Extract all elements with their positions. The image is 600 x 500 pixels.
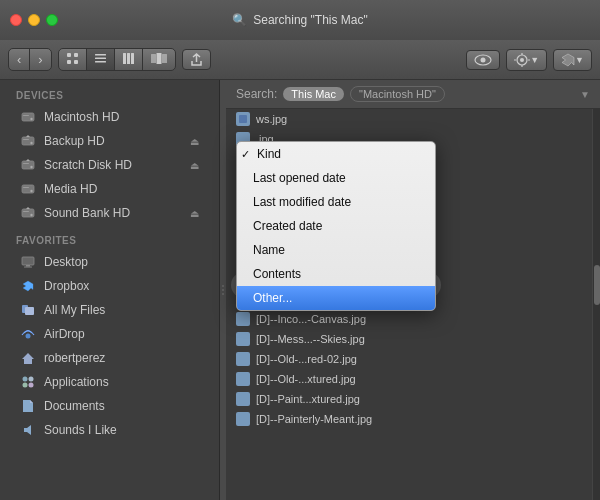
sidebar-item-robertperez[interactable]: robertperez: [4, 346, 215, 370]
svg-point-14: [481, 57, 486, 62]
search-label: Search:: [236, 87, 277, 101]
svg-point-32: [30, 214, 32, 216]
sidebar-item-documents[interactable]: Documents: [4, 394, 215, 418]
sidebar-item-label: robertperez: [44, 351, 105, 365]
sidebar-item-airdrop[interactable]: AirDrop: [4, 322, 215, 346]
svg-rect-10: [151, 54, 156, 63]
dropdown-item-label: Created date: [253, 219, 322, 233]
svg-rect-12: [162, 54, 167, 63]
sidebar-item-label: Backup HD: [44, 134, 105, 148]
view-coverflow-button[interactable]: [143, 49, 175, 70]
list-item[interactable]: [D]--Painterly-Meant.jpg: [226, 409, 592, 429]
file-name: [D]--Old-...xtured.jpg: [256, 373, 356, 385]
sidebar-item-scratch-disk[interactable]: Scratch Disk HD ⏏: [4, 153, 215, 177]
svg-rect-4: [95, 54, 106, 56]
view-list-button[interactable]: [87, 49, 115, 70]
sidebar-item-desktop[interactable]: Desktop: [4, 250, 215, 274]
action-button[interactable]: ▼: [506, 49, 547, 71]
devices-section-header: DEVICES: [0, 80, 219, 105]
svg-rect-8: [127, 53, 130, 64]
sidebar-item-label: Applications: [44, 375, 109, 389]
svg-rect-30: [23, 187, 29, 188]
dropdown-item-created-date[interactable]: Created date: [237, 214, 435, 238]
sidebar-item-sound-bank[interactable]: Sound Bank HD ⏏: [4, 201, 215, 225]
svg-rect-3: [74, 60, 78, 64]
svg-rect-2: [67, 60, 71, 64]
search-attribute-menu: Kind Last opened date Last modified date…: [236, 141, 436, 311]
eject-icon-sound[interactable]: ⏏: [190, 208, 199, 219]
list-item[interactable]: [D]--Inco...-Canvas.jpg: [226, 309, 592, 329]
list-item[interactable]: ws.jpg: [226, 109, 592, 129]
sidebar-item-applications[interactable]: Applications: [4, 370, 215, 394]
svg-rect-37: [24, 267, 32, 268]
svg-marker-23: [26, 135, 30, 137]
view-column-button[interactable]: [115, 49, 143, 70]
sidebar-item-media-hd[interactable]: Media HD: [4, 177, 215, 201]
sidebar-item-backup-hd[interactable]: Backup HD ⏏: [4, 129, 215, 153]
dropbox-toolbar-button[interactable]: ▼: [553, 49, 592, 71]
favorites-section-header: FAVORITES: [0, 225, 219, 250]
file-icon: [236, 312, 250, 326]
list-item[interactable]: [D]--Old-...xtured.jpg: [226, 369, 592, 389]
window-title: Searching "This Mac": [253, 13, 368, 27]
svg-rect-6: [95, 61, 106, 63]
svg-rect-5: [95, 58, 106, 60]
svg-marker-27: [26, 159, 30, 161]
applications-icon: [20, 374, 36, 390]
dropdown-item-last-modified[interactable]: Last modified date: [237, 190, 435, 214]
scrollbar-track[interactable]: [592, 109, 600, 500]
view-buttons: [58, 48, 176, 71]
eject-icon-scratch[interactable]: ⏏: [190, 160, 199, 171]
svg-rect-11: [156, 53, 161, 64]
dropdown-item-label: Contents: [253, 267, 301, 281]
search-options-arrow[interactable]: ▼: [580, 89, 590, 100]
list-item[interactable]: [D]--Paint...xtured.jpg: [226, 389, 592, 409]
sidebar-item-macintosh-hd[interactable]: Macintosh HD: [4, 105, 215, 129]
dropdown-item-contents[interactable]: Contents: [237, 262, 435, 286]
search-macintosh-hd-pill[interactable]: "Macintosh HD": [350, 86, 445, 102]
sidebar-item-label: Desktop: [44, 255, 88, 269]
dropdown-item-label: Last opened date: [253, 171, 346, 185]
sidebar-item-label: Sound Bank HD: [44, 206, 130, 220]
forward-button[interactable]: ›: [30, 49, 50, 70]
dropdown-item-other[interactable]: Other...: [237, 286, 435, 310]
svg-rect-39: [25, 307, 34, 315]
hard-drive-icon-backup: [20, 133, 36, 149]
title-bar: 🔍 Searching "This Mac": [0, 0, 600, 40]
scrollbar-thumb[interactable]: [594, 265, 600, 305]
share-button[interactable]: [182, 49, 211, 70]
sidebar-item-label: Documents: [44, 399, 105, 413]
list-item[interactable]: [D]--Old-...red-02.jpg: [226, 349, 592, 369]
svg-rect-26: [23, 163, 29, 164]
svg-rect-45: [239, 115, 247, 123]
sidebar-item-dropbox[interactable]: Dropbox: [4, 274, 215, 298]
file-icon: [236, 392, 250, 406]
maximize-button[interactable]: [46, 14, 58, 26]
sidebar-item-label: Sounds I Like: [44, 423, 117, 437]
hard-drive-icon-scratch: [20, 157, 36, 173]
close-button[interactable]: [10, 14, 22, 26]
sidebar-item-label: Macintosh HD: [44, 110, 119, 124]
svg-rect-9: [131, 53, 134, 64]
dropdown-item-kind[interactable]: Kind: [237, 142, 435, 166]
sidebar-item-sounds-i-like[interactable]: Sounds I Like: [4, 418, 215, 442]
sidebar-item-all-my-files[interactable]: All My Files: [4, 298, 215, 322]
toolbar: ‹ ›: [0, 40, 600, 80]
title-icon: 🔍: [232, 13, 247, 27]
view-icon-button[interactable]: [59, 49, 87, 70]
file-icon: [236, 412, 250, 426]
file-name: [D]--Inco...-Canvas.jpg: [256, 313, 366, 325]
back-button[interactable]: ‹: [9, 49, 30, 70]
dropdown-item-name[interactable]: Name: [237, 238, 435, 262]
eye-button[interactable]: [466, 50, 500, 70]
search-this-mac-pill[interactable]: This Mac: [283, 87, 344, 101]
minimize-button[interactable]: [28, 14, 40, 26]
eject-icon-backup[interactable]: ⏏: [190, 136, 199, 147]
svg-point-42: [29, 377, 34, 382]
dropdown-item-last-opened[interactable]: Last opened date: [237, 166, 435, 190]
svg-rect-7: [123, 53, 126, 64]
file-icon: [236, 372, 250, 386]
list-item[interactable]: [D]--Mess...--Skies.jpg: [226, 329, 592, 349]
documents-icon: [20, 398, 36, 414]
svg-point-29: [30, 190, 32, 192]
